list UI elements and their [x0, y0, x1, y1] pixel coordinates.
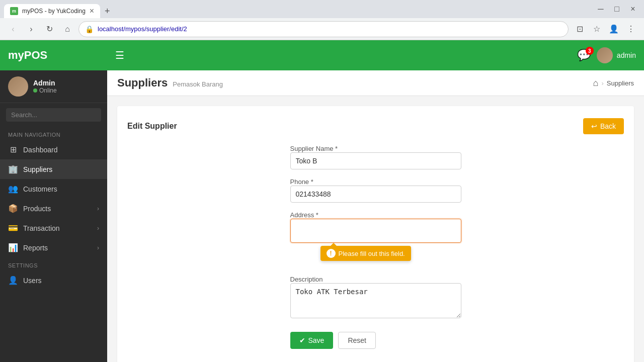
breadcrumb: ⌂ › Suppliers [593, 78, 634, 88]
browser-tab-active[interactable]: m myPOS - by YukCoding × [4, 4, 100, 18]
form-actions: ✔ Save Reset [290, 332, 461, 349]
address-group: Address * ! Please fill out this field. [290, 211, 461, 243]
validation-message: Please fill out this field. [339, 250, 405, 257]
topbar-user[interactable]: admin [597, 47, 636, 63]
browser-toolbar-right: ⊡ ☆ 👤 ⋮ [573, 22, 638, 36]
search-input[interactable] [6, 108, 101, 122]
main-nav-label: MAIN NAVIGATION [0, 127, 107, 140]
minimize-button[interactable]: ─ [594, 2, 608, 16]
supplier-name-group: Supplier Name * [290, 144, 461, 169]
status-dot-icon [33, 88, 37, 93]
new-tab-button[interactable]: + [100, 4, 114, 18]
sidebar-search[interactable] [0, 103, 107, 127]
validation-tooltip: ! Please fill out this field. [320, 246, 411, 261]
address-input[interactable] [290, 219, 461, 243]
status-text: Online [39, 87, 57, 94]
address-label: Address * [290, 211, 318, 219]
products-icon: 📦 [8, 204, 18, 213]
home-icon: ⌂ [593, 78, 599, 88]
reset-button[interactable]: Reset [338, 332, 376, 349]
sidebar-item-users[interactable]: 👤 Users [0, 270, 107, 290]
browser-tabs: m myPOS - by YukCoding × + ─ □ × [0, 0, 644, 18]
customers-icon: 👥 [8, 184, 18, 194]
sidebar-user: Admin Online [0, 70, 107, 103]
tab-title: myPOS - by YukCoding [22, 8, 86, 15]
sidebar-item-label: Suppliers [23, 165, 99, 173]
page-subtitle: Pemasok Barang [173, 80, 223, 88]
page-title: Suppliers [117, 76, 168, 89]
settings-label: SETTINGS [0, 257, 107, 270]
user-status: Online [33, 87, 57, 94]
supplier-name-input[interactable] [290, 152, 461, 169]
sidebar-item-transaction[interactable]: 💳 Transaction › [0, 218, 107, 238]
reports-icon: 📊 [8, 243, 18, 252]
chevron-right-icon: › [97, 244, 99, 251]
address-tooltip-wrapper: ! Please fill out this field. [290, 219, 461, 243]
supplier-name-label: Supplier Name * [290, 145, 338, 152]
avatar [8, 76, 28, 97]
address-text: localhost/mypos/supplier/edit/2 [98, 25, 562, 33]
app-wrapper: myPOS Admin Online MAIN NAVIGATION ⊞ Das… [0, 40, 644, 362]
sidebar-item-label: Products [23, 205, 92, 213]
sidebar-user-info: Admin Online [33, 79, 57, 94]
sidebar-item-customers[interactable]: 👥 Customers [0, 179, 107, 199]
sidebar-item-reports[interactable]: 📊 Reports › [0, 238, 107, 257]
back-button[interactable]: ‹ [6, 22, 20, 36]
browser-chrome: m myPOS - by YukCoding × + ─ □ × ‹ › ↻ ⌂… [0, 0, 644, 40]
topbar-right: 💬 3 admin [577, 47, 636, 63]
brand-logo: myPOS [8, 49, 47, 62]
chevron-right-icon: › [97, 205, 99, 212]
hamburger-icon[interactable]: ☰ [115, 49, 124, 61]
phone-label: Phone * [290, 178, 313, 186]
cast-icon[interactable]: ⊡ [573, 22, 587, 36]
warning-icon: ! [327, 249, 336, 258]
lock-icon: 🔒 [85, 25, 94, 33]
notification-badge: 3 [586, 47, 594, 55]
phone-input[interactable] [290, 186, 461, 203]
dashboard-icon: ⊞ [8, 145, 18, 154]
sidebar-item-label: Transaction [23, 224, 92, 232]
content-header-left: Suppliers Pemasok Barang [117, 76, 223, 89]
undo-icon: ↩ [591, 122, 597, 130]
avatar-image [8, 76, 28, 97]
form-card-title: Edit Supplier [127, 122, 177, 131]
sidebar-item-label: Customers [23, 185, 99, 193]
content-header: Suppliers Pemasok Barang ⌂ › Suppliers [107, 70, 644, 96]
sidebar-item-label: Dashboard [23, 146, 99, 154]
users-icon: 👤 [8, 276, 18, 285]
chevron-right-icon: › [97, 225, 99, 232]
tab-favicon: m [10, 7, 18, 15]
topbar: ☰ 💬 3 admin [107, 40, 644, 70]
close-window-button[interactable]: × [626, 2, 640, 16]
save-button[interactable]: ✔ Save [290, 332, 334, 349]
form-fields: Supplier Name * Phone * Address * [290, 144, 461, 349]
home-button[interactable]: ⌂ [60, 22, 74, 36]
browser-toolbar: ‹ › ↻ ⌂ 🔒 localhost/mypos/supplier/edit/… [0, 18, 644, 40]
description-input[interactable]: Toko ATK Terbesar [290, 283, 461, 318]
chat-button[interactable]: 💬 3 [577, 49, 591, 62]
sidebar-item-suppliers[interactable]: 🏢 Suppliers [0, 159, 107, 179]
sidebar-item-label: Users [23, 277, 99, 285]
back-button[interactable]: ↩ Back [583, 118, 624, 134]
main-content: Suppliers Pemasok Barang ⌂ › Suppliers E… [107, 70, 644, 362]
forward-button[interactable]: › [24, 22, 38, 36]
menu-dots-icon[interactable]: ⋮ [624, 22, 638, 36]
description-label: Description [290, 276, 323, 283]
profile-icon[interactable]: 👤 [607, 22, 621, 36]
bookmark-icon[interactable]: ☆ [590, 22, 604, 36]
address-bar[interactable]: 🔒 localhost/mypos/supplier/edit/2 [78, 21, 569, 37]
sidebar-item-label: Reports [23, 244, 92, 252]
user-name: Admin [33, 79, 57, 87]
sidebar-brand: myPOS [0, 40, 107, 70]
topbar-avatar [597, 47, 613, 63]
refresh-button[interactable]: ↻ [42, 22, 56, 36]
description-group: Description Toko ATK Terbesar [290, 275, 461, 320]
breadcrumb-current: Suppliers [607, 79, 634, 87]
tab-close-button[interactable]: × [90, 7, 94, 15]
phone-group: Phone * [290, 177, 461, 203]
sidebar-item-products[interactable]: 📦 Products › [0, 199, 107, 218]
transaction-icon: 💳 [8, 223, 18, 233]
maximize-button[interactable]: □ [610, 2, 624, 16]
form-card: Edit Supplier ↩ Back Supplier Name * Pho… [117, 106, 634, 362]
sidebar-item-dashboard[interactable]: ⊞ Dashboard [0, 140, 107, 159]
